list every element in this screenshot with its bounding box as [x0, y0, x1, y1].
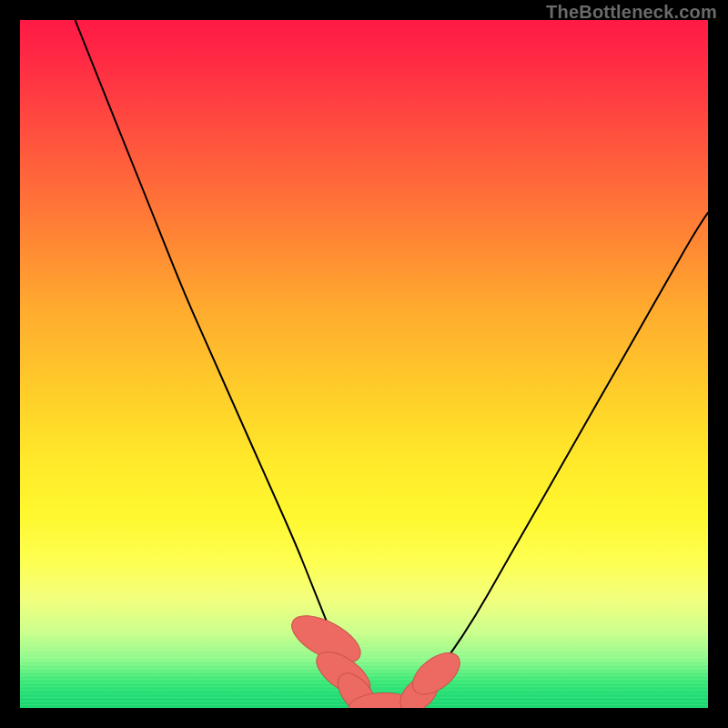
right-marker-1: [393, 669, 444, 708]
bottleneck-curve: [76, 20, 709, 708]
curve-markers: [285, 606, 468, 708]
right-marker-2: [405, 645, 467, 703]
plot-area: [20, 20, 708, 708]
left-marker-2: [309, 643, 378, 703]
chart-frame: TheBottleneck.com: [0, 0, 728, 728]
bottom-marker: [349, 693, 420, 708]
left-marker-3: [330, 666, 383, 708]
curve-svg: [20, 20, 708, 708]
left-marker-1: [285, 606, 368, 672]
bottom-band-overlay: [20, 644, 708, 708]
